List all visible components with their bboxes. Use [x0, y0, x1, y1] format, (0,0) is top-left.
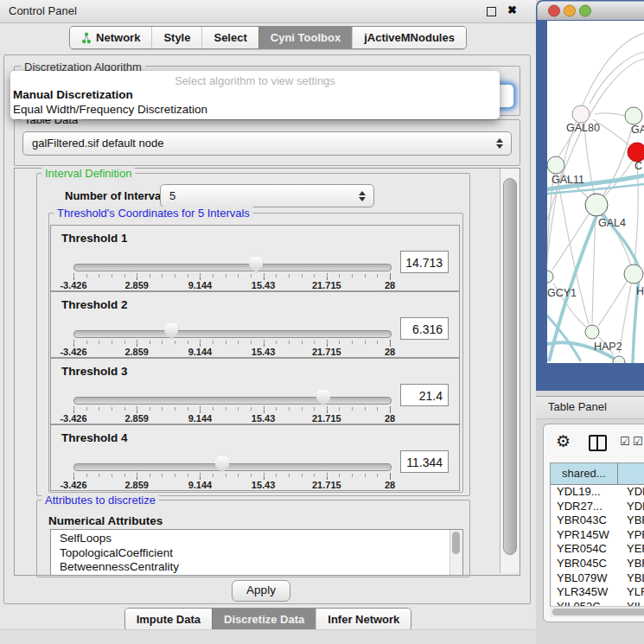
list-item[interactable]: BetweennessCentrality	[51, 560, 462, 575]
attributes-list-scrollbar[interactable]	[450, 530, 462, 575]
threshold-4-label: Threshold 4	[61, 431, 128, 444]
tab-discretize-data[interactable]: Discretize Data	[212, 609, 316, 630]
combo-spinner-icon	[496, 138, 503, 149]
column-header-name[interactable]: na	[618, 463, 644, 484]
threshold-1-slider[interactable]: -3.426 2.859 9.144 15.43 21.715 28	[73, 257, 390, 291]
bottom-tabgroup: Impute Data Discretize Data Infer Networ…	[124, 608, 412, 631]
horizontal-scrollbar-thumb[interactable]	[552, 609, 644, 615]
threshold-2-value-field[interactable]: 6.316	[400, 317, 449, 340]
split-table-icon[interactable]	[589, 435, 607, 451]
screen: Control Panel ✖ Network Style Sel	[0, 0, 644, 644]
table-row[interactable]: YBR045CYBR0	[551, 557, 644, 571]
threshold-1-label: Threshold 1	[61, 232, 128, 245]
tab-jactivemnodules[interactable]: jActiveMNodules	[352, 27, 466, 48]
gear-icon[interactable]: ⚙	[556, 431, 571, 451]
table-data-combobox[interactable]: galFiltered.sif default node	[22, 131, 512, 156]
checkbox-icon[interactable]: ☑	[633, 435, 643, 448]
slider-track[interactable]	[73, 264, 392, 271]
num-intervals-label: Number of Intervals	[65, 189, 170, 202]
threshold-4-slider[interactable]: -3.426 2.859 9.144 15.43 21.715 28	[73, 456, 390, 491]
vertical-scrollbar-thumb[interactable]	[503, 178, 517, 555]
float-window-icon[interactable]	[487, 7, 496, 16]
vertical-scrollbar[interactable]	[500, 169, 519, 573]
node-label-h: H	[636, 285, 644, 297]
table-row[interactable]: YDL19...YDL1	[551, 485, 644, 500]
threshold-4-value-field[interactable]: 11.344	[400, 450, 449, 473]
control-panel-titlebar: Control Panel ✖	[0, 0, 536, 23]
table-row[interactable]: YBR043CYBR0	[551, 513, 644, 528]
bottom-tabstrip: Impute Data Discretize Data Infer Networ…	[0, 608, 536, 631]
node-h[interactable]	[624, 265, 643, 284]
top-tabgroup: Network Style Select Cyni Toolbox jActiv…	[69, 26, 467, 49]
attributes-list-scrollbar-thumb[interactable]	[452, 532, 460, 554]
control-panel-title: Control Panel	[9, 4, 77, 17]
node-label-gal11: GAL11	[552, 174, 584, 186]
network-icon	[81, 32, 92, 44]
thresholds-group-label: Threshold's Coordinates for 5 Intervals	[54, 207, 253, 220]
threshold-3-slider[interactable]: -3.426 2.859 9.144 15.43 21.715 28	[73, 390, 390, 424]
apply-button[interactable]: Apply	[232, 580, 290, 602]
table-panel-titlebar: Table Panel	[536, 396, 644, 419]
slider-scale: -3.426 2.859 9.144 15.43 21.715 28	[73, 413, 390, 424]
slider-track[interactable]	[73, 330, 392, 338]
mac-zoom-button[interactable]	[580, 5, 591, 16]
num-intervals-combobox[interactable]: 5	[160, 184, 374, 207]
attributes-group-label: Attributes to discretize	[41, 494, 159, 507]
tab-style[interactable]: Style	[151, 27, 201, 48]
threshold-3-value-field[interactable]: 21.4	[400, 384, 449, 406]
control-panel-window: Control Panel ✖ Network Style Sel	[0, 0, 536, 644]
threshold-1-value-field[interactable]: 14.713	[400, 251, 449, 273]
tab-cyni-toolbox[interactable]: Cyni Toolbox	[258, 27, 352, 48]
node-label-gcy1: GCY1	[547, 287, 577, 299]
horizontal-scrollbar[interactable]	[550, 606, 644, 617]
table-row[interactable]: YPR145WYPR1	[551, 528, 644, 543]
mac-minimize-button[interactable]	[564, 5, 576, 16]
slider-track[interactable]	[73, 463, 392, 471]
attributes-list[interactable]: SelfLoops TopologicalCoefficient Between…	[50, 529, 463, 576]
numerical-attributes-label: Numerical Attributes	[48, 514, 163, 527]
checkbox-icon[interactable]: ☑	[620, 435, 630, 448]
table-row[interactable]: YDR27...YDR2	[551, 500, 644, 514]
slider-minor-ticks	[73, 341, 390, 344]
table-row[interactable]: YBL079WYBL0	[551, 571, 644, 586]
threshold-panel-4: Threshold 4 -3.426 2.859 9.144 15.43 21.…	[50, 424, 460, 491]
tab-impute-data[interactable]: Impute Data	[125, 609, 212, 630]
algorithm-dropdown-popup: Select algorithm to view settings Manual…	[10, 71, 500, 119]
node-gal4[interactable]	[585, 194, 608, 216]
node-hap2[interactable]	[585, 325, 599, 339]
slider-scale: -3.426 2.859 9.144 15.43 21.715 28	[73, 280, 390, 291]
network-view-window[interactable]: GAL80 GA C GAL11 GAL4 GCY1 H HAP2	[536, 0, 644, 391]
num-intervals-value: 5	[169, 189, 175, 202]
threshold-2-slider[interactable]: -3.426 2.859 9.144 15.43 21.715 28	[73, 323, 390, 358]
list-item[interactable]: SelfLoops	[51, 530, 462, 546]
mac-close-button[interactable]	[549, 5, 560, 16]
table-header-row: shared... na	[551, 463, 644, 485]
slider-track[interactable]	[73, 397, 392, 405]
close-icon[interactable]: ✖	[507, 3, 517, 16]
table-row[interactable]: YER054CYER0	[551, 542, 644, 557]
table-data-value: galFiltered.sif default node	[32, 137, 163, 150]
tab-infer-network[interactable]: Infer Network	[316, 609, 411, 630]
node-label-c: C	[634, 160, 642, 172]
tab-network[interactable]: Network	[70, 27, 151, 48]
slider-scale: -3.426 2.859 9.144 15.43 21.715 28	[73, 347, 390, 358]
algorithm-option-manual[interactable]: Manual Discretization	[13, 88, 133, 101]
algorithm-option-equal-width[interactable]: Equal Width/Frequency Discretization	[13, 103, 207, 116]
node-attribute-table[interactable]: shared... na YDL19...YDL1 YDR27...YDR2 Y…	[550, 462, 644, 615]
threshold-panel-2: Threshold 2 -3.426 2.859 9.144 15.43 21.…	[50, 291, 460, 358]
top-tabstrip: Network Style Select Cyni Toolbox jActiv…	[0, 26, 536, 49]
node-gal11[interactable]	[547, 156, 564, 174]
slider-minor-ticks	[73, 407, 390, 411]
node-label-hap2: HAP2	[594, 341, 622, 353]
node-selected-red[interactable]	[628, 143, 644, 162]
node-gal80[interactable]	[572, 105, 590, 123]
table-row[interactable]: YLR345WYLR3	[551, 585, 644, 600]
node-top-right[interactable]	[625, 107, 642, 124]
threshold-panel-1: Threshold 1 -3.426 2.859 9.144 15.43 21.…	[50, 225, 460, 291]
interval-definition-label: Interval Definition	[41, 167, 135, 180]
tab-select[interactable]: Select	[201, 27, 258, 48]
column-header-shared-name[interactable]: shared...	[551, 463, 618, 484]
list-item[interactable]: TopologicalCoefficient	[51, 546, 462, 561]
slider-scale: -3.426 2.859 9.144 15.43 21.715 28	[73, 480, 390, 491]
combo-spinner-icon	[359, 191, 366, 201]
